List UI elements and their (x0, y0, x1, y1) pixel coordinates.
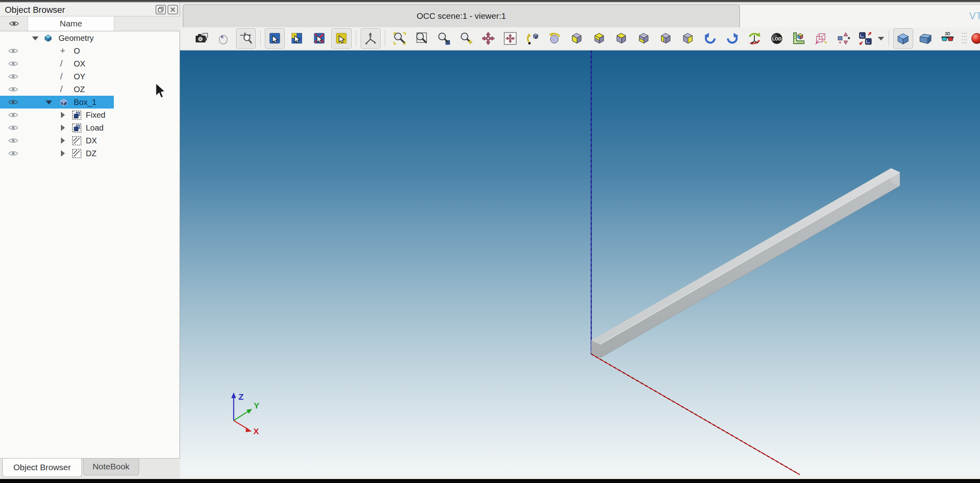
dock-tab-bar: Object Browser NoteBook (0, 458, 180, 479)
graduated-axes-button[interactable] (789, 28, 808, 48)
back-view-button[interactable] (589, 28, 609, 48)
multi-selection-button[interactable] (287, 28, 307, 48)
tab-object-browser[interactable]: Object Browser (2, 459, 82, 477)
wire-cube-light-icon (814, 31, 828, 46)
tree-label[interactable]: Geometry (59, 32, 94, 44)
eye-icon[interactable] (8, 150, 18, 157)
expand-arrow-icon[interactable] (61, 150, 65, 157)
tree-row-load[interactable]: Load (0, 121, 180, 134)
eye-icon[interactable] (8, 99, 18, 106)
tree-label[interactable]: Fixed (86, 109, 105, 121)
scene-canvas: Z Y X (180, 50, 980, 475)
select-cursor-yellow-icon (334, 31, 349, 46)
change-rotation-point-button[interactable] (523, 28, 542, 48)
expand-arrow-icon[interactable] (61, 137, 65, 144)
tree-row-fixed[interactable]: Fixed (0, 109, 180, 121)
eye-icon[interactable] (8, 124, 18, 131)
undo-view-button[interactable] (700, 28, 720, 48)
preselection-button[interactable] (236, 28, 256, 48)
tree-label[interactable]: Load (86, 121, 104, 134)
reset-rotation-button[interactable] (745, 28, 764, 48)
tree-row-ox[interactable]: / OX (0, 57, 180, 70)
fit-selection-button[interactable] (434, 28, 454, 48)
right-view-button[interactable] (678, 28, 698, 48)
orientation-triad: Z Y X (231, 392, 259, 436)
tree-row-box1[interactable]: Box_1 (0, 96, 180, 109)
eye-icon[interactable] (8, 47, 18, 54)
triad-x-arrowhead (246, 427, 252, 432)
window-top-edge (0, 0, 980, 2)
stereo-view-button[interactable]: 3D (938, 28, 957, 48)
pan-button[interactable] (478, 28, 498, 48)
show-trihedron-button[interactable] (361, 28, 380, 48)
tab-vtk-viewer[interactable]: VT (740, 4, 980, 27)
tree-row-oy[interactable]: / OY (0, 70, 180, 83)
eye-icon[interactable] (8, 73, 18, 80)
tree-row-dz[interactable]: DZ (0, 147, 180, 160)
beam-front-face (600, 172, 900, 358)
enable-selection-button[interactable] (265, 28, 285, 48)
svg-text:LOD: LOD (772, 36, 781, 41)
collapse-arrow-icon[interactable] (46, 101, 52, 105)
toolbar-grip[interactable] (960, 28, 968, 48)
deselection-button[interactable] (309, 28, 329, 48)
pan-icon (481, 31, 495, 46)
name-column-header[interactable]: Name (28, 16, 114, 31)
expand-arrow-icon[interactable] (61, 125, 65, 131)
bottom-view-button[interactable] (634, 28, 653, 48)
dock-close-button[interactable] (168, 5, 178, 14)
point-glyph: + (60, 44, 65, 57)
triad-y-label: Y (254, 401, 259, 410)
fit-all-button[interactable] (390, 28, 409, 48)
tree-row-dx[interactable]: DX (0, 134, 180, 147)
orthographic-view-button[interactable] (893, 28, 913, 48)
top-view-button[interactable] (612, 28, 631, 48)
box-icon (59, 98, 68, 107)
lod-button[interactable]: LOD (767, 28, 786, 48)
selection-mode-button[interactable] (331, 28, 351, 48)
preselection-icon (238, 31, 253, 46)
front-view-button[interactable] (567, 28, 587, 48)
tree-label[interactable]: Box_1 (74, 96, 97, 109)
scene-settings-button[interactable] (833, 28, 853, 48)
window-bottom-edge (0, 479, 980, 483)
perspective-view-button[interactable] (915, 28, 935, 48)
sync-views-button[interactable] (855, 28, 875, 48)
record-button[interactable] (970, 28, 980, 48)
tree-label[interactable]: OY (74, 70, 85, 83)
occ-3d-viewport[interactable]: Z Y X (180, 50, 980, 475)
tree-row-oz[interactable]: / OZ (0, 83, 180, 96)
presets-arrows-icon (836, 31, 851, 46)
ambient-light-button[interactable] (811, 28, 831, 48)
eye-icon[interactable] (8, 111, 18, 119)
dump-view-button[interactable] (192, 28, 211, 48)
tab-notebook[interactable]: NoteBook (83, 459, 139, 475)
eye-icon[interactable] (8, 137, 18, 144)
tree-label[interactable]: OZ (74, 83, 85, 96)
tree-row-o[interactable]: + O (0, 44, 180, 57)
beam-box[interactable] (591, 168, 900, 358)
eye-icon[interactable] (8, 60, 18, 67)
global-pan-button[interactable] (501, 28, 520, 48)
interaction-style-button[interactable] (214, 28, 233, 48)
dock-float-button[interactable] (156, 5, 166, 14)
rotation-button[interactable] (545, 28, 564, 48)
tree-label[interactable]: O (74, 44, 80, 57)
float-icon (158, 7, 164, 12)
fit-area-button[interactable] (412, 28, 431, 48)
redo-view-button[interactable] (722, 28, 742, 48)
viewer-tab-bar: OCC scene:1 - viewer:1 VT (180, 2, 980, 27)
tab-occ-viewer[interactable]: OCC scene:1 - viewer:1 (183, 4, 740, 27)
tree-label[interactable]: OX (74, 57, 85, 70)
object-tree: Geometry + O / OX / OY / OZ (0, 32, 180, 459)
tree-label[interactable]: DZ (86, 147, 97, 160)
sync-views-dropdown[interactable] (877, 28, 885, 48)
left-view-button[interactable] (656, 28, 675, 48)
tree-label[interactable]: DX (86, 134, 97, 147)
zoom-button[interactable] (456, 28, 476, 48)
expand-arrow-icon[interactable] (61, 112, 65, 118)
visibility-column-eye-icon[interactable] (9, 20, 19, 27)
collapse-arrow-icon[interactable] (32, 36, 38, 40)
tree-row-geometry[interactable]: Geometry (0, 32, 180, 44)
eye-icon[interactable] (8, 86, 18, 93)
